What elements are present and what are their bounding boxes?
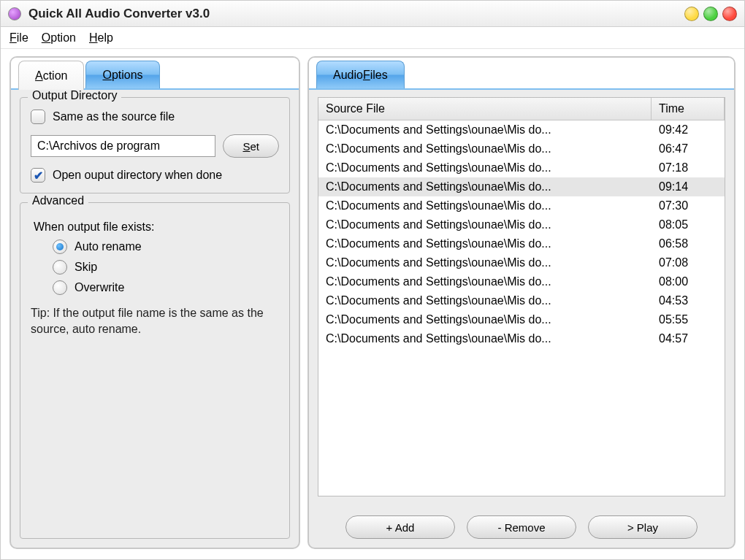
file-buttons-row: + Add - Remove > Play: [318, 515, 725, 539]
table-row[interactable]: C:\Documents and Settings\ounae\Mis do..…: [318, 329, 725, 348]
cell-time: 08:05: [652, 217, 725, 233]
output-directory-title: Output Directory: [28, 90, 121, 102]
cell-source: C:\Documents and Settings\ounae\Mis do..…: [318, 312, 652, 328]
table-row[interactable]: C:\Documents and Settings\ounae\Mis do..…: [318, 196, 725, 215]
tab-action[interactable]: Action: [18, 61, 84, 90]
cell-source: C:\Documents and Settings\ounae\Mis do..…: [318, 293, 652, 309]
cell-source: C:\Documents and Settings\ounae\Mis do..…: [318, 274, 652, 290]
left-tabbar: Action Options: [11, 58, 299, 90]
advanced-tip: Tip: If the output file name is the same…: [31, 305, 279, 338]
table-row[interactable]: C:\Documents and Settings\ounae\Mis do..…: [318, 234, 725, 253]
checkbox-same-as-source[interactable]: [31, 110, 45, 124]
output-directory-group: Output Directory Same as the source file…: [20, 97, 290, 193]
advanced-title: Advanced: [28, 194, 88, 207]
add-button[interactable]: + Add: [345, 515, 455, 539]
cell-source: C:\Documents and Settings\ounae\Mis do..…: [318, 255, 652, 271]
menubar: File Option Help: [1, 27, 744, 49]
right-tabbar: Audio Files: [309, 58, 734, 90]
cell-source: C:\Documents and Settings\ounae\Mis do..…: [318, 179, 652, 195]
cell-source: C:\Documents and Settings\ounae\Mis do..…: [318, 141, 652, 157]
table-row[interactable]: C:\Documents and Settings\ounae\Mis do..…: [318, 310, 725, 329]
col-header-source[interactable]: Source File: [318, 98, 652, 120]
cell-time: 07:30: [652, 198, 725, 214]
remove-button[interactable]: - Remove: [467, 515, 576, 539]
table-row[interactable]: C:\Documents and Settings\ounae\Mis do..…: [318, 120, 725, 139]
file-list-header: Source File Time: [318, 98, 725, 120]
titlebar: Quick All Audio Converter v3.0: [1, 1, 744, 27]
set-button[interactable]: Set: [223, 134, 279, 158]
window-title: Quick All Audio Converter v3.0: [28, 7, 684, 21]
cell-time: 05:55: [652, 312, 725, 328]
cell-time: 07:08: [652, 255, 725, 271]
file-list-body[interactable]: C:\Documents and Settings\ounae\Mis do..…: [318, 120, 725, 496]
settings-body: Output Directory Same as the source file…: [11, 90, 299, 548]
app-icon: [8, 7, 21, 20]
content-area: Action Options Output Directory Same as …: [1, 49, 744, 559]
radio-auto-rename[interactable]: [53, 239, 67, 254]
cell-source: C:\Documents and Settings\ounae\Mis do..…: [318, 198, 652, 214]
checkbox-open-when-done[interactable]: [31, 168, 45, 183]
table-row[interactable]: C:\Documents and Settings\ounae\Mis do..…: [318, 253, 725, 272]
cell-source: C:\Documents and Settings\ounae\Mis do..…: [318, 217, 652, 233]
files-panel: Audio Files Source File Time C:\Document…: [307, 56, 736, 549]
cell-source: C:\Documents and Settings\ounae\Mis do..…: [318, 122, 652, 138]
cell-time: 08:00: [652, 274, 725, 290]
label-same-as-source: Same as the source file: [53, 110, 175, 123]
label-auto-rename: Auto rename: [74, 240, 142, 253]
radio-skip[interactable]: [53, 260, 67, 275]
maximize-button[interactable]: [703, 7, 718, 21]
table-row[interactable]: C:\Documents and Settings\ounae\Mis do..…: [318, 291, 725, 310]
col-header-time[interactable]: Time: [652, 98, 725, 120]
label-when-exists: When output file exists:: [34, 220, 279, 234]
cell-source: C:\Documents and Settings\ounae\Mis do..…: [318, 331, 652, 347]
cell-time: 09:42: [652, 122, 725, 138]
cell-time: 06:58: [652, 236, 725, 252]
label-open-when-done: Open ouput directory when done: [53, 169, 222, 182]
cell-time: 04:53: [652, 293, 725, 309]
menu-help[interactable]: Help: [89, 31, 113, 45]
play-button[interactable]: > Play: [588, 515, 698, 539]
radio-overwrite[interactable]: [53, 280, 67, 295]
table-row[interactable]: C:\Documents and Settings\ounae\Mis do..…: [318, 177, 725, 196]
tab-options[interactable]: Options: [85, 61, 159, 88]
output-path-input[interactable]: [31, 135, 215, 157]
table-row[interactable]: C:\Documents and Settings\ounae\Mis do..…: [318, 215, 725, 234]
minimize-button[interactable]: [684, 7, 699, 21]
label-skip: Skip: [74, 261, 97, 274]
cell-source: C:\Documents and Settings\ounae\Mis do..…: [318, 160, 652, 176]
cell-time: 09:14: [652, 179, 725, 195]
table-row[interactable]: C:\Documents and Settings\ounae\Mis do..…: [318, 158, 725, 177]
cell-time: 07:18: [652, 160, 725, 176]
menu-option[interactable]: Option: [42, 31, 76, 45]
advanced-group: Advanced When output file exists: Auto r…: [20, 202, 290, 539]
table-row[interactable]: C:\Documents and Settings\ounae\Mis do..…: [318, 272, 725, 291]
label-overwrite: Overwrite: [74, 281, 124, 294]
files-body: Source File Time C:\Documents and Settin…: [309, 90, 734, 548]
file-list: Source File Time C:\Documents and Settin…: [318, 97, 725, 496]
table-row[interactable]: C:\Documents and Settings\ounae\Mis do..…: [318, 139, 725, 158]
window-controls: [684, 7, 737, 21]
app-window: Quick All Audio Converter v3.0 File Opti…: [0, 0, 745, 560]
cell-source: C:\Documents and Settings\ounae\Mis do..…: [318, 236, 652, 252]
settings-panel: Action Options Output Directory Same as …: [9, 56, 300, 549]
cell-time: 06:47: [652, 141, 725, 157]
cell-time: 04:57: [652, 331, 725, 347]
close-button[interactable]: [722, 7, 737, 21]
tab-audio-files[interactable]: Audio Files: [316, 61, 405, 88]
menu-file[interactable]: File: [9, 31, 28, 45]
